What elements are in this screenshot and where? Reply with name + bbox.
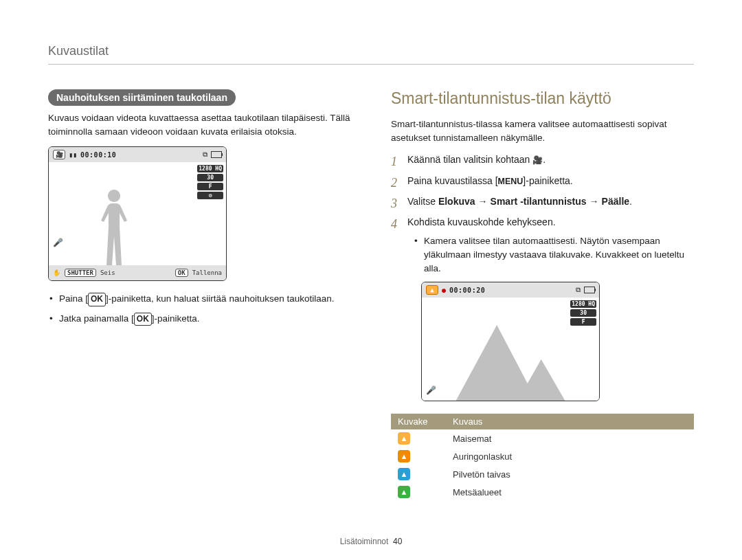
table-row: ▲ Auringonlaskut — [391, 447, 694, 465]
camera-bottom-bar: ✋ SHUTTER Seis OK Tallenna — [49, 265, 226, 280]
recording-time-2: 00:00:20 — [449, 287, 485, 294]
th-kuvake: Kuvake — [391, 414, 446, 429]
bullet-pause: Paina [OK]-painiketta, kun haluat siirtä… — [48, 292, 351, 306]
content-columns: Nauhoituksen siirtäminen taukotilaan Kuv… — [48, 89, 694, 501]
step-3: Valitse Elokuva→Smart ‑tilantunnistus→Pä… — [391, 194, 694, 208]
left-bullet-list: Paina [OK]-painiketta, kun haluat siirtä… — [48, 292, 351, 326]
shutter-key-label: SHUTTER — [65, 269, 96, 277]
right-column: Smart-tilantunnistus-tilan käyttö Smart-… — [391, 89, 694, 501]
camera-screenshot-pause: 🎥 ▮▮ 00:00:10 ⧉ 1280 HQ 30 F ⚙ — [48, 146, 227, 281]
battery-icon — [211, 151, 222, 158]
movie-mode-icon: 🎥 — [532, 155, 543, 165]
table-row: ▲ Pilvetön taivas — [391, 465, 694, 483]
seis-label: Seis — [100, 269, 115, 276]
step-4: Kohdista kuvauskohde kehykseen. Kamera v… — [391, 215, 694, 275]
landscape-mode-icon: ▲ — [426, 285, 438, 295]
step-4-sub: Kamera valitsee tilan automaattisesti. N… — [407, 234, 694, 275]
icon-table: Kuvake Kuvaus ▲ Maisemat ▲ Auringonlasku… — [391, 414, 694, 501]
video-mode-icon: 🎥 — [53, 150, 65, 159]
bullet-resume: Jatka painamalla [OK]-painiketta. — [48, 312, 351, 326]
battery-icon — [584, 287, 595, 293]
ok-key-icon: OK — [88, 293, 106, 306]
person-silhouette — [95, 190, 133, 265]
pause-icon: ▮▮ — [69, 151, 77, 159]
camera-preview: 1280 HQ 30 F ⚙ 🎤 — [49, 162, 226, 265]
camera2-preview: 1280 HQ 30 F 🎤 — [422, 298, 599, 401]
memory-card-icon: ⧉ — [576, 286, 581, 294]
clear-sky-icon: ▲ — [398, 468, 410, 480]
camera2-top-bar: ▲ ● 00:00:20 ⧉ — [422, 282, 599, 298]
forest-icon: ▲ — [398, 486, 410, 498]
mic-icon: 🎤 — [53, 238, 63, 247]
th-kuvaus: Kuvaus — [446, 414, 694, 429]
step-list: Käännä tilan valitsin kohtaan 🎥. Paina k… — [391, 153, 694, 275]
ok-key-icon: OK — [134, 313, 152, 326]
step-4-note: Kamera valitsee tilan automaattisesti. N… — [407, 234, 694, 275]
page-footer: Lisätoiminnot 40 — [0, 537, 742, 546]
ok-key-label: OK — [175, 269, 188, 277]
section-header: Kuvaustilat — [48, 44, 694, 65]
table-row: ▲ Maisemat — [391, 429, 694, 447]
record-dot-icon: ● — [442, 287, 446, 294]
sunset-icon: ▲ — [398, 450, 410, 462]
memory-card-icon: ⧉ — [203, 150, 207, 159]
landscape-icon: ▲ — [398, 432, 410, 445]
right-intro: Smart-tilantunnistus-tilassa kamera vali… — [391, 117, 694, 144]
right-heading: Smart-tilantunnistus-tilan käyttö — [391, 89, 694, 108]
tallenna-label: Tallenna — [192, 269, 222, 276]
settings-badge: ⚙ — [197, 192, 223, 199]
intro-paragraph: Kuvaus voidaan videota kuvattaessa asett… — [48, 111, 351, 138]
menu-key-label: MENU — [498, 175, 524, 188]
step-1: Käännä tilan valitsin kohtaan 🎥. — [391, 153, 694, 166]
mountain-silhouette — [422, 318, 599, 401]
camera-screenshot-landscape: ▲ ● 00:00:20 ⧉ 1280 HQ 30 F 🎤 — [421, 282, 600, 401]
table-row: ▲ Metsäalueet — [391, 483, 694, 501]
camera-right-badges: 1280 HQ 30 F ⚙ — [197, 165, 223, 199]
stabilizer-icon: ✋ — [53, 269, 60, 276]
fps-badge: 30 — [197, 174, 223, 181]
camera-top-bar: 🎥 ▮▮ 00:00:10 ⧉ — [49, 147, 226, 162]
focus-badge: F — [197, 183, 223, 190]
res-badge: 1280 HQ — [197, 165, 223, 172]
step-2: Paina kuvaustilassa [MENU]-painiketta. — [391, 174, 694, 188]
recording-time: 00:00:10 — [80, 151, 116, 159]
pill-heading: Nauhoituksen siirtäminen taukotilaan — [48, 89, 236, 106]
left-column: Nauhoituksen siirtäminen taukotilaan Kuv… — [48, 89, 351, 501]
